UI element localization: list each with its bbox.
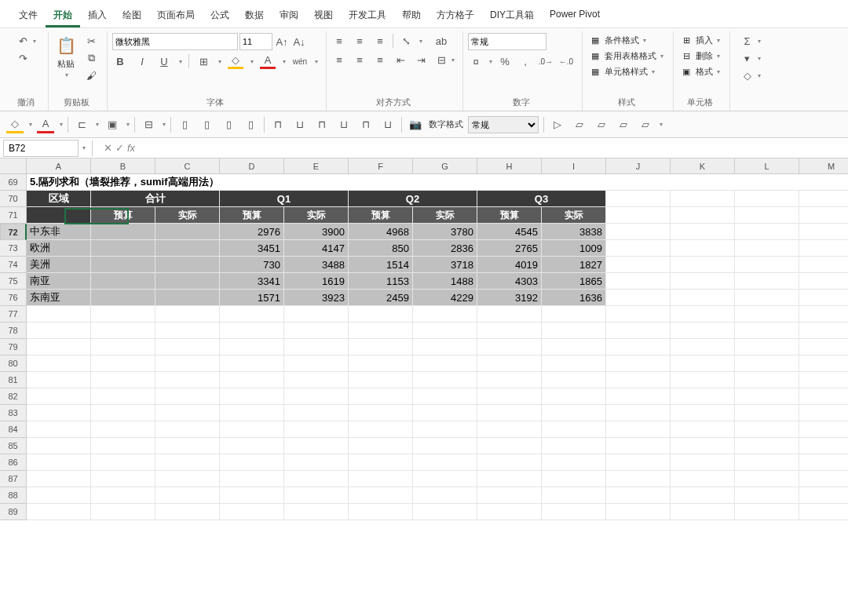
qat-group4-icon[interactable]: ▯ (242, 116, 259, 133)
cell[interactable] (413, 504, 477, 520)
cell[interactable]: Q2 (349, 191, 477, 207)
cell[interactable] (284, 405, 349, 421)
paste-button[interactable]: 📋 粘贴 ▾ (53, 33, 79, 80)
qat-camera-icon[interactable]: 📷 (407, 116, 424, 133)
cell[interactable] (799, 454, 848, 471)
tab-formulas[interactable]: 公式 (203, 5, 237, 27)
cell[interactable] (91, 405, 155, 421)
row-header-73[interactable]: 73 (0, 240, 27, 257)
cell[interactable] (606, 257, 671, 273)
cell[interactable]: 4968 (349, 224, 413, 240)
cell[interactable] (799, 273, 848, 290)
cell[interactable] (220, 306, 284, 323)
cell[interactable] (284, 339, 349, 355)
row-header-81[interactable]: 81 (0, 372, 27, 388)
qat-align7-icon[interactable]: ⊓ (313, 116, 331, 133)
cell[interactable] (155, 421, 220, 438)
cell[interactable] (671, 339, 735, 355)
percent-icon[interactable]: % (497, 53, 513, 69)
cell[interactable] (735, 487, 799, 504)
font-name-select[interactable] (112, 33, 238, 50)
name-box[interactable]: B72 (3, 140, 79, 157)
cell[interactable]: 730 (220, 257, 284, 273)
cell[interactable]: 4147 (284, 240, 349, 257)
cell[interactable] (27, 372, 91, 388)
format-cells-button[interactable]: ▣格式 ▾ (678, 64, 722, 78)
row-header-88[interactable]: 88 (0, 487, 27, 504)
cell[interactable] (542, 372, 606, 388)
cell[interactable] (477, 355, 542, 372)
cell[interactable] (477, 372, 542, 388)
indent-dec-icon[interactable]: ⇤ (393, 52, 408, 67)
cell[interactable]: 2836 (413, 240, 477, 257)
cell[interactable] (349, 323, 413, 339)
cell[interactable] (606, 224, 671, 240)
cell[interactable] (606, 388, 671, 405)
col-header-J[interactable]: J (606, 159, 671, 174)
cell[interactable] (91, 471, 155, 487)
table-format-button[interactable]: ▦套用表格格式 ▾ (587, 49, 665, 63)
cell[interactable] (349, 339, 413, 355)
qat-group3-icon[interactable]: ▯ (220, 116, 237, 133)
cell[interactable] (91, 487, 155, 504)
cell[interactable] (155, 339, 220, 355)
cell[interactable] (155, 372, 220, 388)
tab-insert[interactable]: 插入 (80, 5, 115, 27)
cell[interactable] (799, 207, 848, 224)
cell[interactable] (606, 191, 671, 207)
cell[interactable] (477, 388, 542, 405)
row-header-75[interactable]: 75 (0, 273, 27, 290)
tab-data[interactable]: 数据 (237, 5, 272, 27)
cell[interactable] (799, 421, 848, 438)
cell[interactable] (606, 323, 671, 339)
tab-help[interactable]: 帮助 (394, 5, 429, 27)
cell[interactable] (606, 355, 671, 372)
cell[interactable]: 2976 (220, 224, 284, 240)
fill-color-icon[interactable]: ◇ (228, 53, 243, 69)
cell[interactable] (155, 224, 220, 240)
cell[interactable] (220, 323, 284, 339)
cell[interactable] (542, 339, 606, 355)
cell[interactable] (606, 372, 671, 388)
cell[interactable]: 预算 (91, 207, 155, 224)
cell[interactable] (27, 323, 91, 339)
cell[interactable] (413, 438, 477, 454)
cell[interactable] (413, 372, 477, 388)
align-left-icon[interactable]: ≡ (331, 52, 347, 67)
cell[interactable] (671, 323, 735, 339)
cell[interactable] (735, 388, 799, 405)
cell[interactable] (91, 372, 155, 388)
cell[interactable] (606, 290, 671, 306)
row-header-69[interactable]: 69 (0, 174, 27, 191)
cell[interactable]: 实际 (413, 207, 477, 224)
cell[interactable] (349, 421, 413, 438)
qat-align6-icon[interactable]: ⊔ (291, 116, 309, 133)
cell[interactable] (155, 257, 220, 273)
cell[interactable]: 1488 (413, 273, 477, 290)
col-header-G[interactable]: G (413, 159, 477, 174)
cell[interactable] (27, 355, 91, 372)
cell[interactable] (542, 471, 606, 487)
cell[interactable] (671, 454, 735, 471)
tab-review[interactable]: 审阅 (272, 5, 306, 27)
dec-dec-icon[interactable]: ←.0 (558, 53, 574, 69)
qat-tool3-icon[interactable]: ▱ (615, 116, 632, 133)
cell[interactable] (606, 471, 671, 487)
cell[interactable] (542, 355, 606, 372)
cell[interactable] (799, 504, 848, 520)
italic-button[interactable]: I (134, 53, 150, 69)
cell[interactable] (735, 240, 799, 257)
row-header-76[interactable]: 76 (0, 290, 27, 306)
cell[interactable]: 2765 (477, 240, 542, 257)
qat-font-color-icon[interactable]: A (37, 116, 54, 133)
cell[interactable]: 实际 (542, 207, 606, 224)
col-header-K[interactable]: K (671, 159, 735, 174)
cell[interactable] (27, 207, 91, 224)
qat-number-format-select[interactable]: 常规 (468, 116, 539, 133)
cell[interactable] (735, 454, 799, 471)
cell[interactable]: 美洲 (27, 257, 91, 273)
col-header-L[interactable]: L (735, 159, 799, 174)
qat-tool4-icon[interactable]: ▱ (637, 116, 654, 133)
cell[interactable] (735, 471, 799, 487)
enter-formula-icon[interactable]: ✓ (115, 142, 124, 154)
